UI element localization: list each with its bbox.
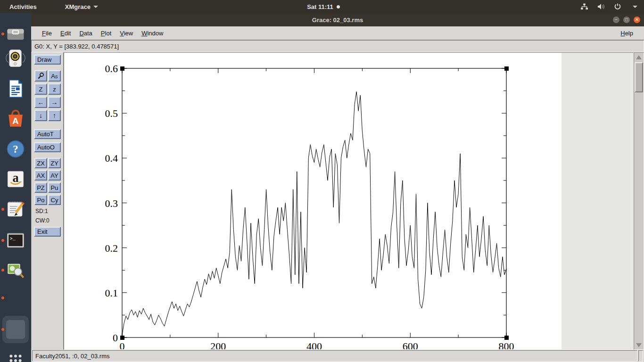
dock-item-rhythmbox[interactable]: [6, 49, 25, 68]
running-indicator-dot: [1, 239, 4, 242]
activities-button[interactable]: Activities: [9, 3, 37, 10]
system-status-area[interactable]: [340, 3, 644, 10]
files-icon: [6, 24, 25, 44]
autoo-button[interactable]: AutoO: [34, 142, 61, 152]
xmgrace-icon: [6, 320, 25, 339]
app-grid-icon: [6, 351, 25, 362]
zx-button[interactable]: ZX: [34, 158, 47, 168]
scroll-right-button[interactable]: →: [48, 97, 61, 108]
amazon-icon: a: [6, 169, 25, 189]
terminal-icon: >_: [6, 230, 25, 250]
clipboard-label: CW:0: [35, 217, 63, 224]
scrollbar-up-button[interactable]: [634, 53, 644, 61]
running-indicator-dot: [1, 269, 4, 272]
cy-button[interactable]: Cy: [48, 195, 61, 205]
window-title: Grace: 02_03.rms: [312, 16, 363, 24]
dock-item-unknown-app[interactable]: [6, 288, 25, 308]
draw-button[interactable]: Draw: [34, 55, 61, 65]
svg-text:0.3: 0.3: [105, 197, 118, 209]
zy-button[interactable]: ZY: [48, 158, 61, 168]
pu-button[interactable]: Pu: [48, 182, 61, 193]
scrollbar-thumb[interactable]: [635, 62, 643, 92]
scroll-up-button[interactable]: ↑: [48, 110, 61, 121]
top-bar: Activities XMgrace Sat 11:11: [0, 0, 644, 13]
dock-item-ubuntu-software[interactable]: A: [6, 109, 25, 129]
svg-text:>_: >_: [10, 236, 16, 241]
clock-label: Sat 11:11: [307, 3, 333, 10]
menu-edit[interactable]: Edit: [56, 28, 75, 39]
scrollbar-trough[interactable]: [634, 93, 644, 341]
status-field: Faculty2051, :0, 02_03.rms: [32, 350, 637, 362]
dock-item-files[interactable]: [6, 24, 25, 44]
menu-file[interactable]: File: [38, 28, 56, 39]
svg-text:0.2: 0.2: [105, 242, 118, 254]
xmgrace-window: Grace: 02_03.rms − □ ✕ FileEditDataPlotV…: [31, 13, 644, 362]
zoom-out-button[interactable]: z: [48, 83, 61, 95]
svg-text:0: 0: [113, 332, 118, 344]
app-menu-button[interactable]: XMgrace: [65, 3, 98, 10]
minimize-button[interactable]: −: [613, 16, 619, 23]
svg-text:600: 600: [403, 340, 418, 350]
magnifier-icon: [37, 72, 45, 80]
po-button[interactable]: Po: [34, 195, 47, 205]
svg-text:0.5: 0.5: [105, 107, 118, 119]
window-titlebar[interactable]: Grace: 02_03.rms − □ ✕: [31, 13, 644, 26]
svg-text:800: 800: [499, 340, 514, 350]
power-icon: [614, 3, 621, 10]
running-indicator-dot: [1, 328, 4, 331]
dock: A?a>_: [0, 13, 31, 362]
plot-canvas[interactable]: 020040060080000.10.20.30.40.50.6: [64, 52, 634, 350]
dock-item-text-editor[interactable]: [6, 199, 25, 219]
scroll-left-button[interactable]: ←: [34, 97, 47, 108]
autot-button[interactable]: AutoT: [34, 129, 61, 139]
menu-view[interactable]: View: [116, 28, 137, 39]
vertical-scrollbar[interactable]: [634, 52, 644, 350]
locator-readout: G0: X, Y = [383.922, 0.478571]: [34, 43, 119, 50]
ax-button[interactable]: AX: [34, 170, 47, 181]
close-button[interactable]: ✕: [634, 16, 640, 23]
resize-grip[interactable]: [638, 350, 643, 362]
dock-item-libreoffice-writer[interactable]: [6, 79, 25, 99]
status-bar: Faculty2051, :0, 02_03.rms: [31, 350, 644, 362]
menu-window[interactable]: Window: [137, 28, 167, 39]
svg-text:0.6: 0.6: [105, 63, 118, 74]
zoom-in-button[interactable]: Z: [34, 83, 47, 95]
volume-icon: [597, 3, 605, 10]
svg-text:0.4: 0.4: [105, 152, 118, 164]
dock-item-help-browser[interactable]: ?: [6, 139, 25, 159]
menu-data[interactable]: Data: [75, 28, 96, 39]
network-icon: [580, 3, 588, 10]
dock-item-terminal[interactable]: >_: [6, 230, 25, 250]
running-indicator-dot: [1, 208, 4, 211]
clock-button[interactable]: Sat 11:11: [307, 3, 340, 10]
dock-item-screenshot-tool[interactable]: [6, 260, 25, 280]
plot-graph[interactable]: 020040060080000.10.20.30.40.50.6: [64, 53, 634, 350]
scroll-down-button[interactable]: ↓: [34, 110, 47, 121]
dock-item-amazon[interactable]: a: [6, 169, 25, 189]
chevron-down-icon: [93, 6, 98, 8]
svg-text:200: 200: [210, 340, 226, 350]
scrollbar-down-button[interactable]: [634, 341, 644, 349]
screenshot-tool-icon: [6, 260, 25, 280]
svg-text:A: A: [12, 116, 18, 126]
ay-button[interactable]: AY: [48, 170, 61, 181]
svg-text:?: ?: [13, 143, 18, 155]
notification-dot-icon: [337, 5, 340, 8]
dock-item-xmgrace-active[interactable]: [2, 316, 29, 343]
svg-text:a: a: [12, 171, 18, 185]
set-default-label: SD:1: [35, 208, 63, 214]
menu-help[interactable]: Help: [616, 28, 637, 39]
svg-text:0: 0: [120, 340, 125, 350]
zoom-tool-button[interactable]: [34, 70, 47, 82]
svg-text:400: 400: [306, 340, 322, 350]
pz-button[interactable]: PZ: [34, 182, 47, 193]
running-indicator-dot: [1, 296, 4, 299]
exit-button[interactable]: Exit: [34, 227, 61, 237]
status-text: Faculty2051, :0, 02_03.rms: [35, 353, 110, 360]
help-browser-icon: ?: [6, 139, 25, 159]
menu-plot[interactable]: Plot: [97, 28, 116, 39]
maximize-button[interactable]: □: [623, 16, 630, 23]
autoscale-on-text-button[interactable]: AS: [48, 70, 61, 82]
locator-bar: G0: X, Y = [383.922, 0.478571]: [31, 40, 644, 52]
dock-item-app-grid[interactable]: [6, 351, 25, 362]
